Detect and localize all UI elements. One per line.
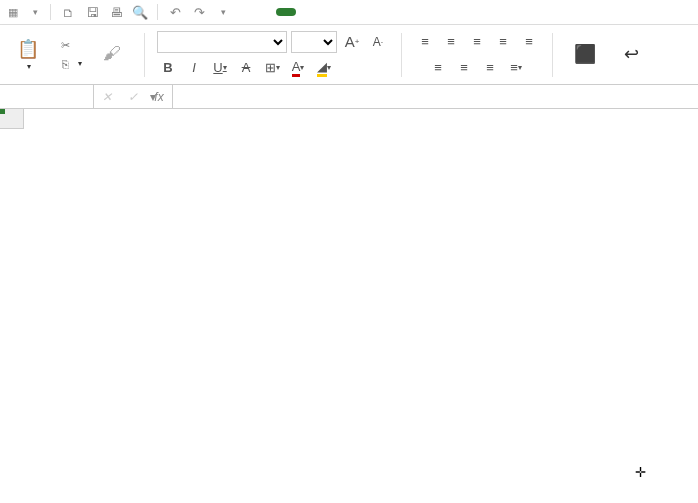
ribbon: 📋 ▾ ✂ ⎘ ▾ 🖌 A+ A-: [0, 25, 698, 85]
align-middle-button[interactable]: ≡: [440, 31, 462, 53]
wrap-icon: ↩: [624, 43, 639, 65]
font-color-button[interactable]: A▾: [287, 57, 309, 79]
tab-formula[interactable]: [336, 8, 356, 16]
separator: [157, 4, 158, 20]
qat-dropdown-icon[interactable]: ▾: [212, 1, 234, 23]
font-group: A+ A- B I U▾ A ⊞▾ A▾ ◢▾: [157, 31, 389, 79]
align-group: ≡ ≡ ≡ ≡ ≡ ≡ ≡ ≡ ≡▾: [414, 31, 540, 79]
decrease-indent-button[interactable]: ≡: [492, 31, 514, 53]
scissors-icon: ✂: [58, 39, 72, 53]
formula-bar: ▾ ✕ ✓ fx: [0, 85, 698, 109]
merge-group: ⬛ ↩: [565, 31, 651, 79]
merge-icon: ⬛: [574, 43, 596, 65]
merge-center-button[interactable]: ⬛: [565, 31, 605, 79]
font-name-select[interactable]: [157, 31, 287, 53]
confirm-button[interactable]: ✓: [120, 85, 146, 109]
cancel-button[interactable]: ✕: [94, 85, 120, 109]
underline-button[interactable]: U▾: [209, 57, 231, 79]
spreadsheet[interactable]: [0, 109, 698, 503]
border-button[interactable]: ⊞▾: [261, 57, 283, 79]
tab-view[interactable]: [396, 8, 416, 16]
copy-icon: ⎘: [58, 57, 72, 71]
decrease-font-button[interactable]: A-: [367, 31, 389, 53]
chevron-down-icon: ▾: [78, 59, 82, 68]
separator: [401, 33, 402, 77]
bold-button[interactable]: B: [157, 57, 179, 79]
font-size-select[interactable]: [291, 31, 337, 53]
format-painter-button[interactable]: 🖌: [92, 31, 132, 79]
qat-save-icon[interactable]: 🖫: [81, 1, 103, 23]
titlebar: ▦ ▾ 🗅 🖫 🖶 🔍 ↶ ↷ ▾: [0, 0, 698, 25]
qat-redo-icon[interactable]: ↷: [188, 1, 210, 23]
qat-preview-icon[interactable]: 🔍: [129, 1, 151, 23]
align-right-button[interactable]: ≡: [479, 57, 501, 79]
align-top-button[interactable]: ≡: [414, 31, 436, 53]
name-box: ▾: [0, 85, 94, 109]
paste-button[interactable]: 📋 ▾: [8, 31, 48, 79]
orientation-button[interactable]: ≡▾: [505, 57, 527, 79]
separator: [552, 33, 553, 77]
select-all-corner[interactable]: [0, 109, 24, 129]
qat-undo-icon[interactable]: ↶: [164, 1, 186, 23]
qat-new-icon[interactable]: 🗅: [57, 1, 79, 23]
strikethrough-button[interactable]: A: [235, 57, 257, 79]
chevron-down-icon: ▾: [27, 62, 31, 71]
separator: [144, 33, 145, 77]
tab-insert[interactable]: [296, 8, 316, 16]
increase-indent-button[interactable]: ≡: [518, 31, 540, 53]
formula-input[interactable]: [173, 90, 698, 104]
brush-icon: 🖌: [103, 43, 121, 64]
qat-print-icon[interactable]: 🖶: [105, 1, 127, 23]
tab-layout[interactable]: [316, 8, 336, 16]
app-logo-icon: ▦: [4, 3, 22, 21]
tab-start[interactable]: [276, 8, 296, 16]
ribbon-tabs: [276, 8, 436, 16]
tab-dev[interactable]: [416, 8, 436, 16]
align-bottom-button[interactable]: ≡: [466, 31, 488, 53]
align-center-button[interactable]: ≡: [453, 57, 475, 79]
separator: [50, 4, 51, 20]
fx-button[interactable]: fx: [146, 85, 172, 109]
fill-color-button[interactable]: ◢▾: [313, 57, 335, 79]
auto-wrap-button[interactable]: ↩: [611, 31, 651, 79]
tab-data[interactable]: [356, 8, 376, 16]
copy-button[interactable]: ⎘ ▾: [54, 56, 86, 72]
increase-font-button[interactable]: A+: [341, 31, 363, 53]
clipboard-group: 📋 ▾ ✂ ⎘ ▾ 🖌: [8, 31, 132, 79]
cut-button[interactable]: ✂: [54, 38, 86, 54]
tab-review[interactable]: [376, 8, 396, 16]
chevron-down-icon: ▾: [33, 7, 38, 17]
italic-button[interactable]: I: [183, 57, 205, 79]
clipboard-icon: 📋: [17, 38, 39, 60]
file-menu[interactable]: ▾: [24, 7, 44, 17]
align-left-button[interactable]: ≡: [427, 57, 449, 79]
